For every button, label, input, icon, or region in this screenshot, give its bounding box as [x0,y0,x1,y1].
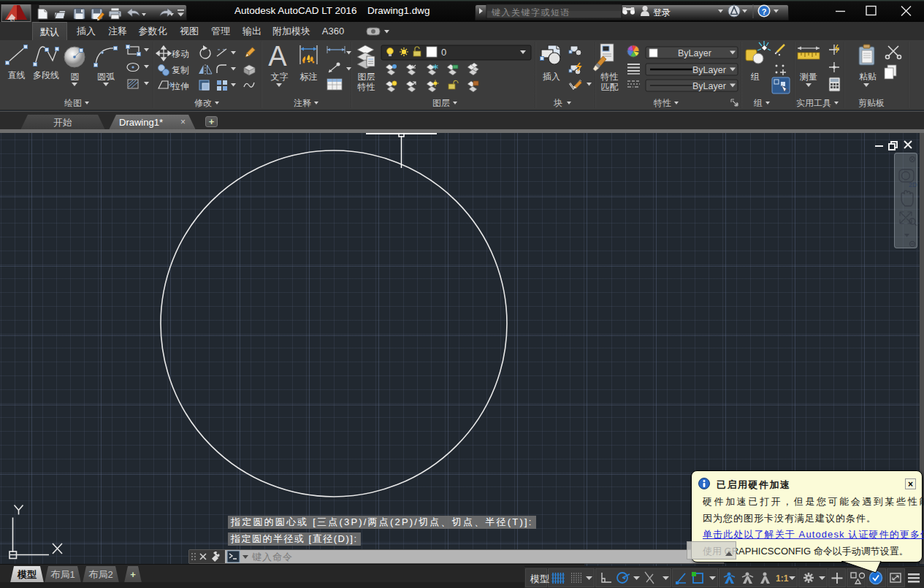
svg-text:LT: LT [10,17,15,22]
svg-text:A: A [268,41,287,72]
svg-text:ByLayer: ByLayer [678,48,711,58]
svg-text:1:1: 1:1 [776,573,789,584]
svg-text:ByLayer: ByLayer [692,81,726,91]
svg-text:ByLayer: ByLayer [692,65,726,75]
svg-text:0: 0 [441,47,446,58]
svg-text:2D: 2D [909,181,917,188]
svg-text:?: ? [762,7,767,16]
